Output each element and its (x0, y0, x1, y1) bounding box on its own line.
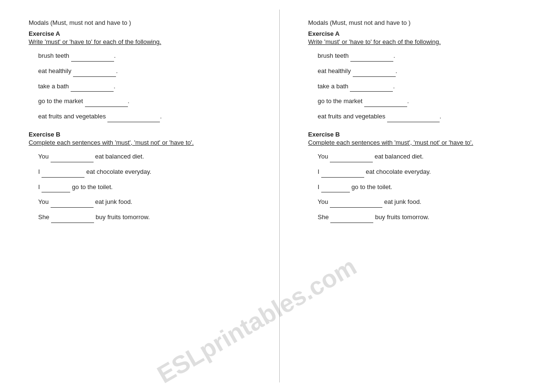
left-exercise-a-list: brush teeth . eat healthily . take a bat… (29, 51, 265, 122)
list-item: eat healthily . (318, 66, 544, 77)
list-item: eat fruits and vegetables . (38, 112, 265, 122)
right-exercise-a-list: brush teeth . eat healthily . take a bat… (308, 51, 544, 122)
list-item: You eat balanced diet. (38, 152, 265, 162)
right-exercise-b: Exercise B Complete each sentences with … (308, 131, 544, 223)
blank (364, 96, 407, 107)
list-item: take a bath . (38, 82, 265, 92)
blank (330, 152, 373, 162)
right-title: Modals (Must, must not and have to ) (308, 19, 544, 26)
left-exercise-a-label: Exercise A (29, 30, 265, 37)
blank (387, 112, 440, 122)
blank (353, 66, 396, 77)
list-item: go to the market . (38, 96, 265, 107)
blank (321, 167, 364, 178)
list-item: I eat chocolate everyday. (318, 167, 544, 178)
list-item: You eat junk food. (38, 197, 265, 208)
list-item: brush teeth . (318, 51, 544, 62)
list-item: I go to the toilet. (318, 182, 544, 193)
list-item: You eat balanced diet. (318, 152, 544, 162)
blank (350, 82, 393, 92)
right-exercise-b-list: You eat balanced diet. I eat chocolate e… (308, 152, 544, 223)
left-exercise-b-label: Exercise B (29, 131, 265, 138)
left-exercise-a: Exercise A Write 'must' or 'have to' for… (29, 30, 265, 122)
list-item: go to the market . (318, 96, 544, 107)
blank (85, 96, 128, 107)
left-exercise-b-instruction: Complete each sentences with 'must', 'mu… (29, 139, 265, 146)
blank (330, 197, 382, 208)
list-item: You eat junk food. (318, 197, 544, 208)
blank (73, 66, 116, 77)
left-exercise-b: Exercise B Complete each sentences with … (29, 131, 265, 223)
page-container: Modals (Must, must not and have to ) Exe… (0, 0, 558, 392)
blank (71, 82, 114, 92)
list-item: take a bath . (318, 82, 544, 92)
list-item: She buy fruits tomorrow. (318, 212, 544, 223)
left-column: Modals (Must, must not and have to ) Exe… (0, 10, 279, 382)
list-item: I go to the toilet. (38, 182, 265, 193)
list-item: brush teeth . (38, 51, 265, 62)
blank (51, 212, 94, 223)
blank (51, 197, 94, 208)
right-exercise-a-label: Exercise A (308, 30, 544, 37)
list-item: She buy fruits tomorrow. (38, 212, 265, 223)
right-exercise-b-instruction: Complete each sentences with 'must', 'mu… (308, 139, 544, 146)
blank (107, 112, 160, 122)
blank (42, 167, 84, 178)
list-item: eat healthily . (38, 66, 265, 77)
right-exercise-a-instruction: Write 'must' or 'have to' for each of th… (308, 38, 544, 45)
list-item: I eat chocolate everyday. (38, 167, 265, 178)
blank (321, 182, 350, 193)
blank (71, 51, 114, 62)
left-title: Modals (Must, must not and have to ) (29, 19, 265, 26)
right-column: Modals (Must, must not and have to ) Exe… (279, 10, 558, 382)
blank (330, 212, 373, 223)
list-item: eat fruits and vegetables . (318, 112, 544, 122)
right-exercise-a: Exercise A Write 'must' or 'have to' for… (308, 30, 544, 122)
blank (42, 182, 70, 193)
right-exercise-b-label: Exercise B (308, 131, 544, 138)
blank (51, 152, 94, 162)
left-exercise-a-instruction: Write 'must' or 'have to' for each of th… (29, 38, 265, 45)
blank (350, 51, 393, 62)
left-exercise-b-list: You eat balanced diet. I eat chocolate e… (29, 152, 265, 223)
